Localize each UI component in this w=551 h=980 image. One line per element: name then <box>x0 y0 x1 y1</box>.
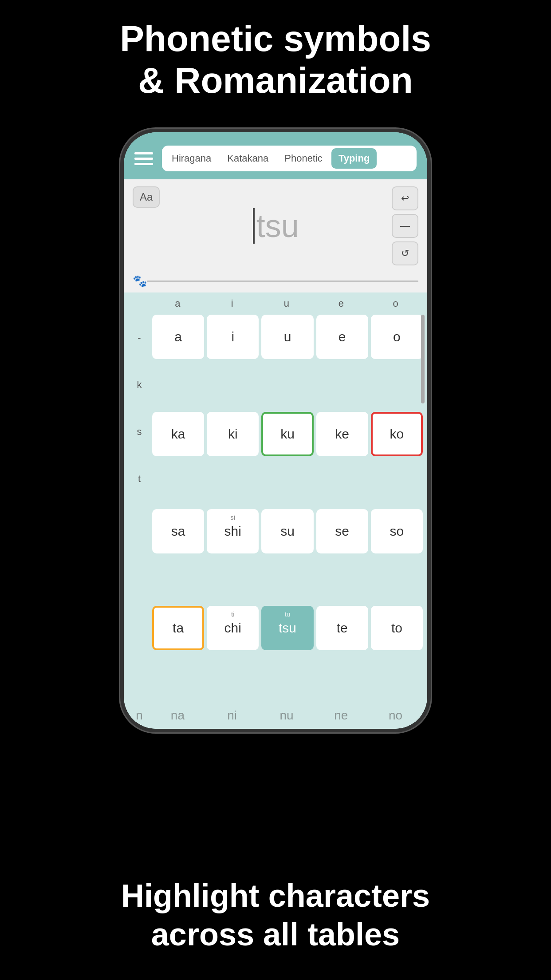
cell-ta[interactable]: ta <box>152 606 204 650</box>
row-label-t: t <box>128 457 150 501</box>
phone-frame: Hiragana Katakana Phonetic Typing Aa tsu… <box>120 129 431 732</box>
col-header-empty <box>128 296 150 311</box>
cell-to[interactable]: to <box>371 606 423 650</box>
faded-cell-ne[interactable]: ne <box>314 705 368 726</box>
writing-area: Aa tsu ↩ — ↺ <box>124 179 427 273</box>
cell-a[interactable]: a <box>152 315 204 359</box>
faded-cell-no[interactable]: no <box>368 705 423 726</box>
grid-column-headers: a i u e o <box>124 292 427 313</box>
row-labels: - k s t <box>128 315 150 700</box>
ghost-text: tsu <box>256 208 299 244</box>
dash-button[interactable]: — <box>392 214 418 238</box>
bottom-title: Highlight characters across all tables <box>0 877 551 953</box>
cursor <box>253 208 255 244</box>
text-field[interactable]: tsu <box>164 186 387 265</box>
faded-cell-ni[interactable]: ni <box>205 705 260 726</box>
col-header-i: i <box>205 296 260 311</box>
row-label-s: s <box>128 410 150 454</box>
row-label-k: k <box>128 363 150 407</box>
divider <box>147 281 418 282</box>
grid-content: - k s t a i u e o ka ki ku ke <box>124 313 427 702</box>
cell-sa[interactable]: sa <box>152 509 204 553</box>
cell-shi[interactable]: si shi <box>207 509 259 553</box>
faded-cell-na[interactable]: na <box>150 705 205 726</box>
faded-row-n: n na ni nu ne no <box>124 702 427 729</box>
hamburger-menu[interactable] <box>134 152 153 165</box>
cell-tsu-small: tu <box>285 611 291 617</box>
cell-ko[interactable]: ko <box>371 412 423 456</box>
cell-so[interactable]: so <box>371 509 423 553</box>
tab-hiragana[interactable]: Hiragana <box>165 148 218 169</box>
side-buttons: ↩ — ↺ <box>392 186 418 265</box>
faded-label-n: n <box>128 705 150 726</box>
cell-ki[interactable]: ki <box>207 412 259 456</box>
cell-ka[interactable]: ka <box>152 412 204 456</box>
cell-u[interactable]: u <box>261 315 313 359</box>
cell-tsu[interactable]: tu tsu <box>261 606 313 650</box>
nav-bar: Hiragana Katakana Phonetic Typing <box>124 132 427 179</box>
cells-area: a i u e o ka ki ku ke ko sa si shi <box>152 315 423 700</box>
faded-cell-nu[interactable]: nu <box>260 705 314 726</box>
cell-chi-small: ti <box>231 611 235 617</box>
scroll-bar[interactable] <box>421 315 425 403</box>
writing-footer: 🐾 <box>124 273 427 292</box>
cell-se[interactable]: se <box>316 509 368 553</box>
col-header-e: e <box>314 296 368 311</box>
col-header-o: o <box>368 296 423 311</box>
font-button[interactable]: Aa <box>133 186 160 208</box>
cell-shi-small: si <box>230 514 235 521</box>
tab-katakana[interactable]: Katakana <box>220 148 276 169</box>
undo-button[interactable]: ↩ <box>392 186 418 210</box>
cell-ku[interactable]: ku <box>261 412 313 456</box>
refresh-button[interactable]: ↺ <box>392 241 418 265</box>
cell-i[interactable]: i <box>207 315 259 359</box>
tab-phonetic[interactable]: Phonetic <box>277 148 330 169</box>
paw-icon: 🐾 <box>133 274 147 288</box>
row-label-dash: - <box>128 316 150 360</box>
col-header-u: u <box>260 296 314 311</box>
char-grid: a i u e o - k s t a i u e <box>124 292 427 729</box>
col-header-a: a <box>150 296 205 311</box>
cell-ke[interactable]: ke <box>316 412 368 456</box>
cell-su[interactable]: su <box>261 509 313 553</box>
cell-chi[interactable]: ti chi <box>207 606 259 650</box>
cell-te[interactable]: te <box>316 606 368 650</box>
phone-screen: Hiragana Katakana Phonetic Typing Aa tsu… <box>124 132 427 729</box>
cell-o[interactable]: o <box>371 315 423 359</box>
nav-tabs: Hiragana Katakana Phonetic Typing <box>162 146 417 171</box>
cell-e[interactable]: e <box>316 315 368 359</box>
tab-typing[interactable]: Typing <box>331 148 377 169</box>
top-title: Phonetic symbols & Romanization <box>0 18 551 102</box>
